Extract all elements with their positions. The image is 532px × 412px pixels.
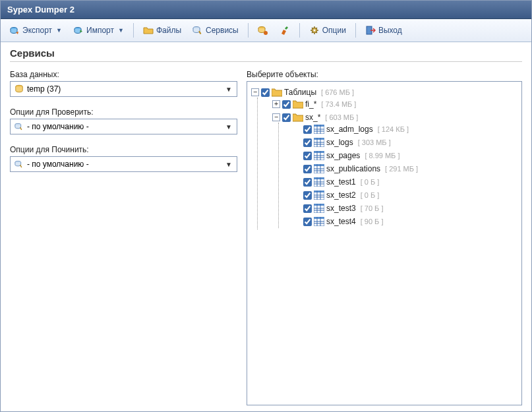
tree-size: [ 291 МБ ] bbox=[385, 165, 418, 173]
check-options-value: - по умолчанию - bbox=[25, 122, 223, 131]
table-checkbox[interactable] bbox=[303, 138, 312, 147]
table-icon bbox=[314, 177, 324, 187]
table-checkbox[interactable] bbox=[303, 165, 312, 173]
sx-checkbox[interactable] bbox=[282, 113, 291, 122]
svg-rect-33 bbox=[314, 164, 324, 166]
database-select[interactable]: temp (37) ▼ bbox=[10, 81, 237, 97]
tree-size: [ 124 КБ ] bbox=[378, 125, 409, 133]
tree-size: [ 0 Б ] bbox=[361, 191, 380, 199]
export-label: Экспорт bbox=[22, 26, 52, 35]
repair-options-label: Опции для Починить: bbox=[10, 145, 237, 154]
expand-icon[interactable]: + bbox=[272, 100, 280, 108]
export-button[interactable]: Экспорт ▼ bbox=[5, 22, 67, 38]
svg-point-7 bbox=[313, 30, 315, 32]
tree-size: [ 90 Б ] bbox=[361, 218, 384, 225]
table-checkbox[interactable] bbox=[303, 178, 312, 187]
tree-table-row[interactable]: sx_test4[ 90 Б ] bbox=[293, 216, 517, 227]
exit-label: Выход bbox=[378, 26, 402, 35]
svg-point-5 bbox=[264, 31, 268, 35]
tree-node-sx[interactable]: − sx_* [ 603 МБ ] bbox=[272, 112, 517, 123]
collapse-icon[interactable]: − bbox=[251, 88, 259, 96]
fi-checkbox[interactable] bbox=[282, 100, 291, 109]
tool2-button[interactable] bbox=[275, 22, 295, 38]
table-checkbox[interactable] bbox=[303, 191, 312, 200]
main-toolbar: Экспорт ▼ Импорт ▼ Файлы Сервисы bbox=[1, 19, 531, 42]
database-value: temp (37) bbox=[25, 84, 223, 94]
export-icon bbox=[9, 25, 20, 36]
toolbar-separator bbox=[133, 23, 134, 38]
objects-tree-panel: − Таблицы [ 676 МБ ] + bbox=[247, 81, 522, 405]
check-options-select[interactable]: - по умолчанию - ▼ bbox=[10, 119, 237, 134]
exit-icon bbox=[365, 25, 376, 36]
tree-size: [ 8.99 МБ ] bbox=[365, 152, 399, 160]
services-icon bbox=[192, 25, 203, 36]
page-title: Сервисы bbox=[10, 47, 522, 62]
tree-label: Таблицы bbox=[284, 88, 316, 97]
folder-icon bbox=[293, 99, 303, 109]
check-options-label: Опции для Проверить: bbox=[10, 107, 237, 117]
table-icon bbox=[314, 216, 324, 227]
table-checkbox[interactable] bbox=[303, 204, 312, 213]
toolbar-separator bbox=[355, 23, 356, 38]
tree-label: sx_pages bbox=[326, 151, 360, 160]
objects-label: Выберите объекты: bbox=[247, 70, 522, 79]
window-title: Sypex Dumper 2 bbox=[7, 5, 74, 15]
table-icon bbox=[314, 190, 324, 200]
collapse-icon[interactable]: − bbox=[272, 113, 280, 121]
tree-table-row[interactable]: sx_logs[ 303 МБ ] bbox=[293, 137, 517, 148]
options-label: Опции bbox=[322, 26, 346, 35]
tree-label: sx_logs bbox=[326, 138, 353, 147]
tree-label: fi_* bbox=[305, 100, 316, 109]
tree-leaf-spacer bbox=[293, 165, 301, 173]
import-button[interactable]: Импорт ▼ bbox=[69, 22, 129, 38]
tables-checkbox[interactable] bbox=[261, 88, 270, 97]
table-checkbox[interactable] bbox=[303, 218, 312, 226]
table-checkbox[interactable] bbox=[303, 125, 312, 134]
tree-table-row[interactable]: sx_pages[ 8.99 МБ ] bbox=[293, 150, 517, 161]
brush-icon bbox=[280, 25, 290, 36]
tree-leaf-spacer bbox=[293, 125, 301, 133]
chevron-down-icon: ▼ bbox=[223, 86, 234, 93]
tree-table-row[interactable]: sx_test3[ 70 Б ] bbox=[293, 203, 517, 214]
tree-table-row[interactable]: sx_adm_logs[ 124 КБ ] bbox=[293, 124, 517, 134]
tree-table-row[interactable]: sx_publications[ 291 МБ ] bbox=[293, 163, 517, 174]
table-icon bbox=[314, 150, 324, 161]
tree-label: sx_test2 bbox=[326, 191, 356, 200]
tree-size: [ 303 МБ ] bbox=[358, 138, 391, 146]
content-area: Сервисы База данных: temp (37) ▼ Опции д… bbox=[1, 42, 531, 411]
table-icon bbox=[314, 203, 324, 214]
tree-size: [ 73.4 МБ ] bbox=[321, 100, 356, 108]
exit-button[interactable]: Выход bbox=[361, 22, 407, 38]
svg-rect-51 bbox=[314, 204, 324, 206]
left-column: База данных: temp (37) ▼ Опции для Прове… bbox=[10, 67, 237, 405]
svg-rect-3 bbox=[198, 31, 201, 34]
database-label: База данных: bbox=[10, 70, 237, 79]
chevron-down-icon: ▼ bbox=[223, 123, 234, 131]
files-button[interactable]: Файлы bbox=[138, 22, 186, 38]
table-icon bbox=[314, 163, 324, 174]
tree-node-fi[interactable]: + fi_* [ 73.4 МБ ] bbox=[272, 99, 517, 109]
repair-options-value: - по умолчанию - bbox=[25, 160, 223, 169]
tree-table-row[interactable]: sx_test2[ 0 Б ] bbox=[293, 190, 517, 200]
services-button[interactable]: Сервисы bbox=[188, 22, 243, 38]
tree-label: sx_publications bbox=[326, 164, 380, 173]
tree-leaf-spacer bbox=[293, 152, 301, 160]
options-button[interactable]: Опции bbox=[305, 22, 351, 38]
folder-icon bbox=[143, 25, 154, 36]
gear-icon bbox=[309, 25, 320, 36]
main-row: База данных: temp (37) ▼ Опции для Прове… bbox=[10, 67, 522, 405]
folder-icon bbox=[293, 112, 303, 123]
svg-rect-45 bbox=[314, 191, 324, 192]
tree-label: sx_adm_logs bbox=[326, 125, 373, 134]
tool1-button[interactable] bbox=[253, 22, 273, 38]
table-checkbox[interactable] bbox=[303, 152, 312, 160]
import-label: Импорт bbox=[86, 26, 114, 35]
tree-node-tables[interactable]: − Таблицы [ 676 МБ ] bbox=[251, 87, 517, 98]
tree-label: sx_* bbox=[305, 113, 320, 122]
chevron-down-icon: ▼ bbox=[118, 27, 124, 34]
table-icon bbox=[314, 124, 324, 134]
svg-rect-57 bbox=[314, 217, 324, 219]
tree-table-row[interactable]: sx_test1[ 0 Б ] bbox=[293, 177, 517, 187]
repair-options-select[interactable]: - по умолчанию - ▼ bbox=[10, 156, 237, 172]
tree-size: [ 70 Б ] bbox=[361, 204, 384, 212]
